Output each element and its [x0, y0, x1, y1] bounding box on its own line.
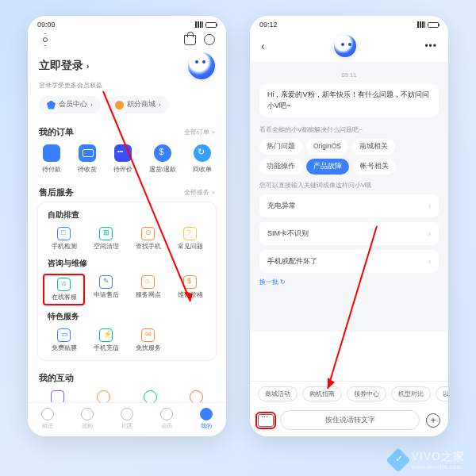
orders-title: 我的订单	[39, 126, 74, 138]
chip-fault[interactable]: 产品故障	[306, 159, 349, 175]
apply-aftersale[interactable]: 申请售后	[85, 274, 127, 305]
aftersale-more[interactable]: 全部服务 >	[184, 188, 215, 197]
review-icon	[114, 144, 132, 162]
coin-icon	[115, 101, 124, 109]
chip-originos[interactable]: OriginOS	[306, 139, 348, 155]
aftersale-title: 售后服务	[39, 186, 74, 198]
self-storage-clean[interactable]: 空间清理	[85, 225, 127, 252]
order-recycle[interactable]: 回收单	[193, 144, 212, 174]
login-subtitle: 登录享受更多会员权益	[28, 81, 226, 96]
cart-icon[interactable]	[184, 35, 196, 45]
status-time: 09:09	[37, 21, 56, 29]
order-pending-ship[interactable]: 待收货	[78, 144, 97, 174]
sug-compare[interactable]: 机型对比	[391, 386, 431, 401]
order-pending-review[interactable]: 待评价	[113, 144, 132, 174]
suggestion-row: 商城活动 购机指南 领券中心 机型对比 以	[250, 381, 448, 406]
chip-row: 热门问题 OriginOS 商城相关 功能操作 产品故障 帐号相关	[259, 139, 439, 175]
login-title[interactable]: 立即登录 ›	[39, 59, 89, 73]
diamond-icon	[47, 101, 56, 109]
watermark-badge-icon	[386, 447, 410, 472]
points-mall-pill[interactable]: 积分商城 ›	[107, 96, 169, 113]
signal-icon	[417, 21, 425, 28]
input-bar: 按住说话转文字 +	[250, 405, 448, 436]
sug-activity[interactable]: 商城活动	[258, 386, 298, 401]
tab-member[interactable]: 会员	[160, 408, 173, 430]
avatar[interactable]	[188, 52, 215, 79]
sug-coupon[interactable]: 领券中心	[347, 386, 386, 401]
refresh-button[interactable]: 换一批 ↻	[259, 278, 439, 286]
interact-title: 我的互动	[39, 372, 74, 384]
self-find-phone[interactable]: 查找手机	[127, 225, 169, 252]
status-bar: 09:09	[28, 16, 226, 30]
chip-account[interactable]: 帐号相关	[353, 159, 396, 175]
plus-button[interactable]: +	[426, 413, 440, 428]
refund-icon	[154, 144, 171, 162]
phone-icon	[57, 227, 71, 240]
settings-icon[interactable]	[39, 33, 52, 46]
member-center-pill[interactable]: 会员中心 ›	[39, 96, 101, 113]
battery-icon	[428, 22, 439, 28]
status-bar: 09:12	[250, 16, 448, 30]
location-icon	[141, 275, 155, 289]
film-icon	[57, 328, 71, 342]
chip-function[interactable]: 功能操作	[259, 159, 302, 175]
service-center[interactable]: 服务网点	[127, 274, 169, 305]
consult-title: 咨询与维修	[43, 257, 211, 274]
sug-guide[interactable]: 购机指南	[302, 386, 342, 401]
dnd-service[interactable]: 免扰服务	[127, 327, 169, 354]
chip-mall[interactable]: 商城相关	[352, 139, 395, 155]
bot-avatar	[334, 35, 356, 57]
watermark-brand: VIVO之家	[412, 450, 465, 464]
self-phone-check[interactable]: 手机检测	[43, 225, 85, 252]
recycle-icon	[194, 144, 211, 162]
order-pending-pay[interactable]: 待付款	[42, 144, 61, 174]
voice-input[interactable]: 按住说话转文字	[280, 410, 420, 430]
special-title: 特色服务	[43, 310, 211, 327]
headset-icon	[57, 278, 71, 291]
chat-area: 09:11 Hi，亲爱的V粉，新年快乐！有什么问题，不妨问问小V吧~ 看看全能的…	[250, 62, 448, 332]
tab-featured[interactable]: 精选	[41, 408, 54, 430]
greeting-bubble: Hi，亲爱的V粉，新年快乐！有什么问题，不妨问问小V吧~	[259, 83, 439, 117]
recharge-icon	[99, 328, 113, 342]
tab-shop[interactable]: 选购	[81, 408, 94, 430]
mine-icon	[200, 408, 213, 420]
self-faq[interactable]: 常见问题	[169, 225, 211, 252]
wallet-icon	[43, 144, 60, 162]
chat-timestamp: 09:11	[259, 71, 439, 79]
qa-hint: 您可以直接输入关键词或像这样问小V哦	[259, 181, 439, 190]
support-icon[interactable]	[204, 34, 215, 45]
phone-recharge[interactable]: 手机充值	[85, 327, 127, 354]
package-icon	[79, 144, 96, 162]
back-button[interactable]: ‹	[261, 40, 265, 52]
aftersale-card: 自助排查 手机检测 空间清理 查找手机 常见问题 咨询与维修 在线客服 申请售后…	[37, 202, 217, 361]
qa-broken[interactable]: 手机或配件坏了›	[259, 250, 439, 273]
heart-icon	[41, 408, 54, 420]
sug-more[interactable]: 以	[436, 386, 448, 401]
keyboard-icon[interactable]	[258, 414, 274, 427]
free-film[interactable]: 免费贴膜	[43, 327, 85, 354]
community-icon	[121, 408, 133, 420]
storage-icon	[99, 227, 113, 240]
order-row: 待付款 待收货 待评价 退货/退款 回收单	[28, 141, 226, 182]
qa-sim[interactable]: SIM卡不识别›	[259, 222, 439, 245]
chips-hint: 看看全能的小V都能解决什么问题吧~	[259, 125, 439, 134]
online-service[interactable]: 在线客服	[43, 274, 85, 305]
tab-mine[interactable]: 我的	[200, 408, 213, 430]
signal-icon	[195, 21, 203, 28]
battery-icon	[205, 22, 217, 28]
self-check-title: 自助排查	[43, 209, 211, 225]
apply-icon	[99, 275, 113, 289]
watermark-url: www.vivojia.com	[412, 464, 465, 470]
faq-icon	[183, 227, 197, 240]
more-button[interactable]: •••	[424, 40, 437, 52]
price-icon	[183, 275, 197, 289]
repair-price[interactable]: 维修价格	[169, 274, 211, 305]
order-refund[interactable]: 退货/退款	[149, 144, 176, 174]
tab-community[interactable]: 社区	[121, 408, 133, 430]
orders-more[interactable]: 全部订单 >	[184, 128, 215, 136]
watermark: VIVO之家 www.vivojia.com	[390, 450, 465, 470]
locate-icon	[141, 227, 155, 240]
chip-hot[interactable]: 热门问题	[259, 139, 302, 155]
qa-charging[interactable]: 充电异常›	[259, 194, 439, 217]
phone-right: 09:12 ‹ ••• 09:11 Hi，亲爱的V粉，新年快乐！有什么问题，不妨…	[250, 16, 448, 436]
